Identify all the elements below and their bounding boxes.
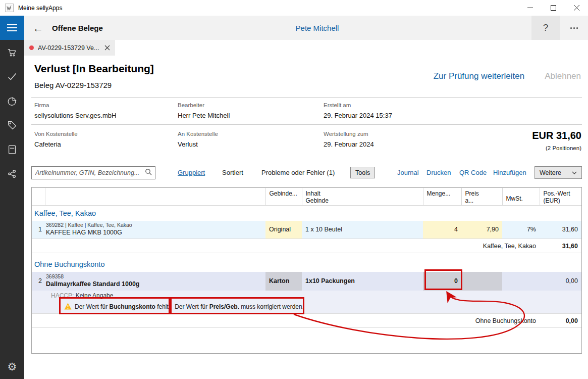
mwst-cell bbox=[502, 272, 540, 291]
forward-for-review-link[interactable]: Zur Prüfung weiterleiten bbox=[434, 71, 524, 81]
field-label: Von Kostenstelle bbox=[34, 131, 78, 137]
gebinde-cell[interactable]: Original bbox=[265, 221, 302, 239]
window-title: Meine sellyApps bbox=[18, 5, 62, 12]
field-value: Verlust bbox=[178, 140, 218, 148]
positions-toolbar: Gruppiert Sortiert Probleme oder Fehler … bbox=[31, 166, 582, 180]
col-header-poswert[interactable]: Pos.-Wert(EUR) bbox=[540, 188, 581, 206]
mwst-cell: 7% bbox=[502, 221, 540, 239]
grouped-toggle[interactable]: Gruppiert bbox=[178, 169, 205, 176]
menge-cell[interactable]: 4 bbox=[423, 221, 461, 239]
poswert-cell: 31,60 bbox=[540, 221, 581, 239]
tab-bar: AV-0229-153729 Ve... bbox=[24, 40, 588, 56]
inhalt-cell: 1x10 Packungen bbox=[302, 272, 423, 291]
haccp-value: Keine Angabe bbox=[76, 292, 114, 299]
total-amount: EUR 31,60 bbox=[532, 130, 581, 141]
maximize-button[interactable] bbox=[542, 0, 565, 16]
field-value: 29. Februar 2024 bbox=[324, 140, 374, 148]
more-dropdown-button[interactable]: Weitere bbox=[534, 166, 582, 179]
problems-filter[interactable]: Probleme oder Fehler (1) bbox=[261, 169, 335, 176]
article-meta: 369282 | Kaffee | Kaffee, Tee, Kakao bbox=[46, 222, 262, 228]
more-menu-button[interactable] bbox=[560, 16, 588, 40]
qr-code-link[interactable]: QR Code bbox=[459, 169, 487, 176]
chevron-down-icon bbox=[572, 171, 577, 174]
document-tab[interactable]: AV-0229-153729 Ve... bbox=[24, 40, 115, 56]
field-label: Wertstellung zum bbox=[324, 131, 374, 137]
close-button[interactable] bbox=[565, 0, 588, 16]
divider bbox=[31, 124, 582, 125]
sidebar: ⚙ bbox=[0, 16, 24, 379]
document-title: Verlust [In Bearbeitung] bbox=[34, 63, 154, 75]
search-input[interactable] bbox=[32, 169, 145, 176]
col-header-mwst[interactable]: MwSt. bbox=[502, 188, 540, 206]
field-bearbeiter: Bearbeiter Herr Pete Mitchell bbox=[178, 102, 230, 119]
pie-chart-icon[interactable] bbox=[0, 92, 24, 110]
col-header-inhalt[interactable]: InhaltGebinde bbox=[302, 188, 423, 206]
menge-cell[interactable]: 0 bbox=[423, 272, 461, 291]
col-header-gebinde[interactable]: Gebinde... bbox=[265, 188, 302, 206]
positions-table: Gebinde... InhaltGebinde Menge... Preisa… bbox=[31, 187, 582, 354]
poswert-cell: 0,00 bbox=[540, 272, 581, 291]
warning-message-preis: Der Wert für Preis/Geb. muss korrigiert … bbox=[175, 303, 304, 310]
print-link[interactable]: Drucken bbox=[426, 169, 451, 176]
field-label: Firma bbox=[34, 102, 116, 108]
journal-link[interactable]: Journal bbox=[397, 169, 419, 176]
tab-label: AV-0229-153729 Ve... bbox=[38, 44, 104, 52]
preis-cell[interactable] bbox=[461, 272, 502, 291]
app-header: ← Offene Belege Pete Mitchell ? bbox=[24, 16, 588, 40]
article-name: Dallmayrkaffee Standard 1000g bbox=[46, 280, 262, 289]
positions-count: (2 Positionen) bbox=[532, 145, 581, 151]
row-number: 2 bbox=[32, 272, 45, 291]
search-box[interactable] bbox=[31, 166, 155, 179]
add-link[interactable]: Hinzufügen bbox=[493, 169, 526, 176]
back-arrow-icon[interactable]: ← bbox=[33, 23, 43, 33]
article-cell: 369358 Dallmayrkaffee Standard 1000g bbox=[45, 272, 265, 291]
book-icon[interactable] bbox=[0, 141, 24, 158]
col-header-article bbox=[45, 188, 265, 206]
reject-link[interactable]: Ablehnen bbox=[545, 71, 581, 81]
subtotal-label: Kaffee, Tee, Kakao bbox=[32, 239, 540, 253]
col-header-preis[interactable]: Preisa... bbox=[461, 188, 502, 206]
cart-icon[interactable] bbox=[0, 44, 24, 61]
preis-cell[interactable]: 7,90 bbox=[461, 221, 502, 239]
gebinde-cell[interactable]: Karton bbox=[265, 272, 302, 291]
subtotal-value: 31,60 bbox=[540, 239, 581, 253]
divider bbox=[31, 97, 582, 98]
article-cell: 369282 | Kaffee | Kaffee, Tee, Kakao KAF… bbox=[45, 221, 265, 239]
hamburger-menu-icon[interactable] bbox=[0, 16, 24, 40]
search-icon bbox=[145, 168, 152, 177]
field-value: Herr Pete Mitchell bbox=[178, 112, 230, 119]
tools-button[interactable]: Tools bbox=[350, 167, 375, 178]
group-header-kaffee[interactable]: Kaffee, Tee, Kakao bbox=[32, 206, 581, 221]
tab-close-icon[interactable] bbox=[104, 45, 110, 51]
field-value: sellysolutions Serv.ges.mbH bbox=[34, 112, 116, 119]
title-bar: Meine sellyApps bbox=[0, 0, 588, 16]
field-value: Cafeteria bbox=[34, 140, 78, 148]
user-name[interactable]: Pete Mitchell bbox=[296, 24, 339, 32]
main-content: Verlust [In Bearbeitung] Zur Prüfung wei… bbox=[24, 56, 588, 379]
gear-icon[interactable]: ⚙ bbox=[0, 358, 24, 375]
field-label: An Kostenstelle bbox=[178, 131, 218, 137]
field-label: Bearbeiter bbox=[178, 102, 230, 108]
field-value: 29. Februar 2024 15:37 bbox=[324, 112, 392, 119]
warning-triangle-icon bbox=[64, 303, 72, 311]
inhalt-cell: 1 x 10 Beutel bbox=[302, 221, 423, 239]
sorted-toggle[interactable]: Sortiert bbox=[222, 169, 243, 176]
warning-row: Der Wert für Buchungskonto fehlt. Der We… bbox=[32, 301, 581, 314]
field-von-kostenstelle: Von Kostenstelle Cafeteria bbox=[34, 131, 78, 148]
field-label: Erstellt am bbox=[324, 102, 392, 108]
minimize-button[interactable] bbox=[518, 0, 542, 16]
row-number: 1 bbox=[32, 221, 45, 239]
group-subtotal: Ohne Buchungskonto 0,00 bbox=[32, 314, 581, 328]
share-icon[interactable] bbox=[0, 165, 24, 182]
checkmark-icon[interactable] bbox=[0, 68, 24, 85]
field-wertstellung: Wertstellung zum 29. Februar 2024 bbox=[324, 131, 374, 148]
table-row[interactable]: 1 369282 | Kaffee | Kaffee, Tee, Kakao K… bbox=[32, 221, 581, 239]
tag-icon[interactable] bbox=[0, 117, 24, 134]
field-firma: Firma sellysolutions Serv.ges.mbH bbox=[34, 102, 116, 119]
field-erstellt-am: Erstellt am 29. Februar 2024 15:37 bbox=[324, 102, 392, 119]
col-header-menge[interactable]: Menge... bbox=[423, 188, 461, 206]
document-total: EUR 31,60 (2 Positionen) bbox=[532, 130, 581, 151]
help-button[interactable]: ? bbox=[531, 16, 560, 40]
table-row[interactable]: 2 369358 Dallmayrkaffee Standard 1000g K… bbox=[32, 272, 581, 291]
group-header-ohne-buchungskonto[interactable]: Ohne Buchungskonto bbox=[32, 257, 581, 272]
